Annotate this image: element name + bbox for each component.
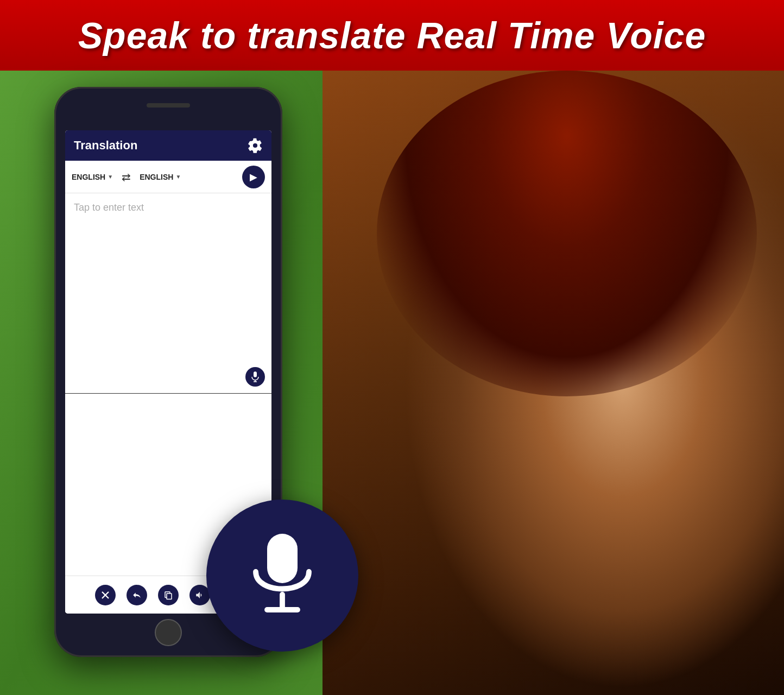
- source-language-label: ENGLISH: [72, 173, 105, 181]
- woman-photo: [323, 71, 784, 695]
- phone-speaker: [147, 103, 190, 108]
- large-mic-container: [206, 500, 358, 652]
- header-title: Speak to translate Real Time Voice: [78, 14, 706, 56]
- translate-button[interactable]: ▶: [242, 166, 265, 188]
- target-language-selector[interactable]: ENGLISH ▼: [140, 173, 181, 181]
- svg-rect-5: [167, 593, 172, 599]
- text-input-area[interactable]: Tap to enter text: [65, 193, 271, 393]
- app-title: Translation: [74, 138, 137, 153]
- target-language-label: ENGLISH: [140, 173, 173, 181]
- phone-home-button[interactable]: [155, 619, 182, 646]
- svg-rect-6: [267, 534, 298, 583]
- input-placeholder: Tap to enter text: [74, 202, 144, 213]
- source-dropdown-arrow: ▼: [108, 174, 113, 180]
- target-dropdown-arrow: ▼: [175, 174, 181, 180]
- large-mic-circle[interactable]: [206, 500, 358, 652]
- mic-button-small[interactable]: [245, 367, 265, 387]
- app-toolbar: Translation: [65, 130, 271, 161]
- swap-languages-icon[interactable]: ⇄: [122, 170, 131, 184]
- woman-hair: [377, 71, 757, 396]
- settings-icon[interactable]: [248, 138, 263, 153]
- copy-button[interactable]: [158, 585, 179, 605]
- language-row: ENGLISH ▼ ⇄ ENGLISH ▼ ▶: [65, 161, 271, 193]
- source-language-selector[interactable]: ENGLISH ▼: [72, 173, 113, 181]
- share-button[interactable]: [127, 585, 147, 605]
- large-mic-icon: [244, 529, 320, 622]
- svg-rect-0: [254, 371, 257, 377]
- header-banner: Speak to translate Real Time Voice: [0, 0, 784, 71]
- translate-arrow-icon: ▶: [250, 171, 257, 183]
- clear-button[interactable]: [95, 585, 116, 605]
